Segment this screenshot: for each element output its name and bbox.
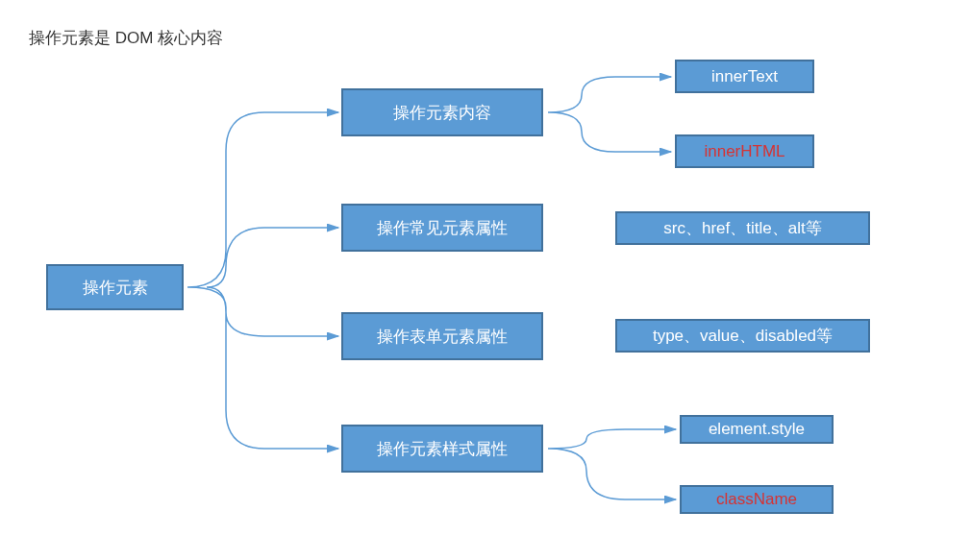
branch-box-style: 操作元素样式属性 [341,425,543,473]
branch-label: 操作表单元素属性 [377,326,508,348]
leaf-label: innerHTML [704,142,784,161]
leaf-label: element.style [709,420,805,439]
leaf-box-innertext: innerText [675,60,814,93]
leaf-box-type-value: type、value、disabled等 [615,319,870,353]
branch-label: 操作常见元素属性 [377,217,508,239]
leaf-box-elementstyle: element.style [680,415,834,444]
leaf-label: src、href、title、alt等 [663,217,821,239]
branch-label: 操作元素内容 [393,102,491,124]
leaf-box-classname: className [680,485,834,514]
leaf-box-src-href: src、href、title、alt等 [615,211,870,245]
branch-label: 操作元素样式属性 [377,438,508,460]
diagram-title: 操作元素是 DOM 核心内容 [29,27,223,49]
leaf-label: className [716,490,797,509]
branch-box-content: 操作元素内容 [341,88,543,136]
leaf-label: type、value、disabled等 [653,325,833,347]
leaf-label: innerText [711,67,778,86]
branch-box-form: 操作表单元素属性 [341,312,543,360]
root-box: 操作元素 [46,264,184,310]
leaf-box-innerhtml: innerHTML [675,134,814,168]
branch-box-attributes: 操作常见元素属性 [341,204,543,252]
root-label: 操作元素 [83,277,148,299]
